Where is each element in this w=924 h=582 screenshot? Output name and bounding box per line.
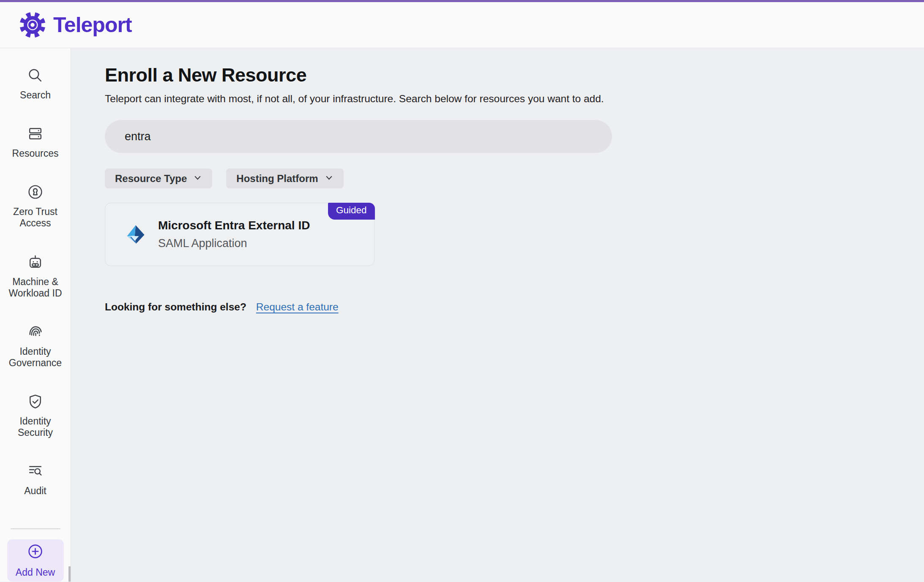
robot-icon bbox=[27, 253, 44, 272]
sidebar-divider bbox=[11, 528, 60, 529]
chevron-down-icon bbox=[325, 173, 334, 185]
resource-card-title: Microsoft Entra External ID bbox=[158, 219, 310, 232]
footer-question: Looking for something else? bbox=[105, 301, 246, 313]
chevron-down-icon bbox=[193, 173, 202, 185]
sidebar-nav: Search Resources Zero Trust Access bbox=[0, 48, 71, 582]
teleport-gear-logo-icon[interactable] bbox=[19, 11, 46, 38]
resource-card-microsoft-entra[interactable]: Guided Microsoft Entra External ID SAML … bbox=[105, 203, 375, 266]
filters-row: Resource Type Hosting Platform bbox=[105, 169, 924, 188]
app-header: Teleport bbox=[0, 2, 924, 48]
sidebar-item-identity-security[interactable]: Identity Security bbox=[0, 393, 71, 438]
sidebar-item-machine-workload-id[interactable]: Machine & Workload ID bbox=[0, 253, 71, 299]
resource-type-filter-dropdown[interactable]: Resource Type bbox=[105, 169, 212, 188]
guided-badge: Guided bbox=[328, 203, 375, 220]
sidebar-item-search[interactable]: Search bbox=[0, 67, 71, 101]
resource-card-subtitle: SAML Application bbox=[158, 237, 310, 250]
hosting-platform-filter-dropdown[interactable]: Hosting Platform bbox=[226, 169, 343, 188]
filter-label: Resource Type bbox=[115, 173, 187, 185]
sidebar-item-resources[interactable]: Resources bbox=[0, 125, 71, 159]
sidebar-item-audit[interactable]: Audit bbox=[0, 462, 71, 497]
request-feature-link[interactable]: Request a feature bbox=[256, 301, 339, 313]
sidebar-item-label: Machine & Workload ID bbox=[8, 276, 63, 299]
brand-wordmark[interactable]: Teleport bbox=[53, 13, 132, 37]
footer-row: Looking for something else? Request a fe… bbox=[105, 301, 924, 313]
add-new-label: Add New bbox=[16, 567, 55, 578]
microsoft-entra-logo-icon bbox=[125, 223, 147, 245]
circle-plus-icon bbox=[27, 543, 44, 562]
search-icon bbox=[27, 67, 44, 86]
add-new-button[interactable]: Add New bbox=[7, 539, 64, 582]
resources-icon bbox=[27, 125, 44, 144]
sidebar-item-label: Audit bbox=[24, 485, 46, 497]
fingerprint-icon bbox=[27, 323, 44, 342]
page-subtitle: Teleport can integrate with most, if not… bbox=[105, 93, 924, 105]
sidebar-item-zero-trust-access[interactable]: Zero Trust Access bbox=[0, 183, 71, 229]
sidebar-item-label: Identity Governance bbox=[8, 346, 63, 369]
zero-trust-keyhole-icon bbox=[27, 183, 44, 202]
filter-label: Hosting Platform bbox=[236, 173, 318, 185]
shield-check-icon bbox=[27, 393, 44, 412]
sidebar-scrollbar-thumb[interactable] bbox=[68, 566, 71, 582]
sidebar-item-label: Search bbox=[20, 90, 51, 101]
sidebar-item-label: Zero Trust Access bbox=[8, 206, 63, 229]
resource-search-input[interactable] bbox=[105, 120, 612, 153]
sidebar-item-identity-governance[interactable]: Identity Governance bbox=[0, 323, 71, 369]
list-search-icon bbox=[27, 462, 44, 481]
resource-card-text: Microsoft Entra External ID SAML Applica… bbox=[158, 219, 310, 250]
sidebar-item-label: Resources bbox=[12, 148, 59, 159]
page-title: Enroll a New Resource bbox=[105, 64, 924, 86]
sidebar-item-label: Identity Security bbox=[8, 416, 63, 438]
main-content: Enroll a New Resource Teleport can integ… bbox=[71, 48, 924, 582]
